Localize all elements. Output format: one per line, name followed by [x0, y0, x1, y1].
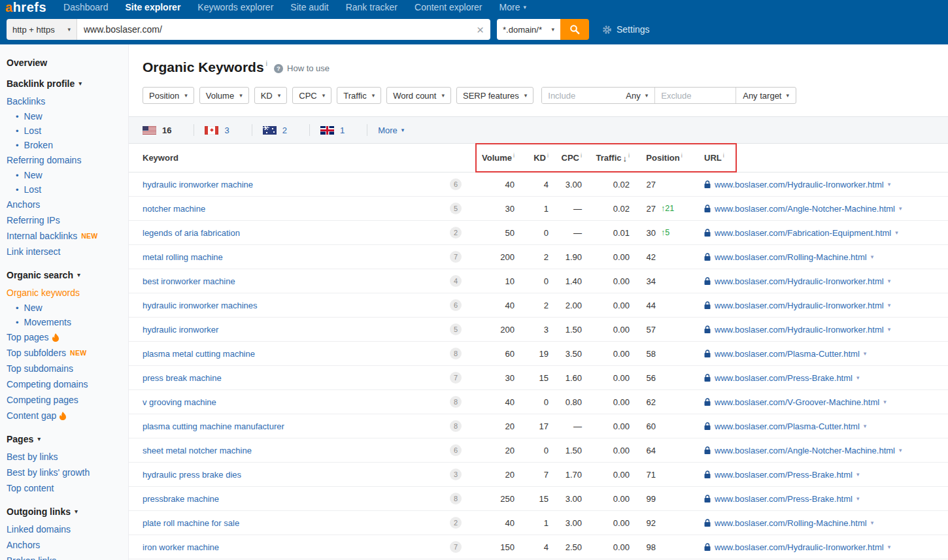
url-link[interactable]: www.boslaser.com/Press-Brake.html — [715, 470, 853, 480]
chevron-down-icon[interactable]: ▾ — [856, 375, 860, 381]
keyword-link[interactable]: iron worker machine — [143, 542, 219, 552]
sidebar-item-organic-keywords[interactable]: Organic keywords — [7, 285, 128, 301]
chevron-down-icon[interactable]: ▾ — [888, 327, 891, 333]
filter-cpc[interactable]: CPC▾ — [292, 87, 331, 104]
sidebar-item-lost[interactable]: •Lost — [7, 124, 128, 138]
url-link[interactable]: www.boslaser.com/Hydraulic-Ironworker.ht… — [715, 325, 884, 335]
sidebar-item-anchors[interactable]: Anchors — [7, 197, 128, 212]
url-link[interactable]: www.boslaser.com/Hydraulic-Ironworker.ht… — [715, 276, 884, 286]
sidebar-item-top-subdomains[interactable]: Top subdomains — [7, 361, 128, 376]
sidebar-item-new[interactable]: •New — [7, 168, 128, 182]
sidebar-item-best-by-links[interactable]: Best by links — [7, 449, 128, 465]
settings-button[interactable]: Settings — [602, 24, 650, 35]
sidebar-item-broken-links[interactable]: Broken links — [7, 553, 128, 560]
scope-select[interactable]: *.domain/*▾ — [497, 19, 560, 40]
sidebar-item-top-pages[interactable]: Top pages — [7, 329, 128, 345]
target-url-input[interactable] — [77, 19, 470, 40]
serp-features-badge[interactable]: 2 — [450, 227, 462, 239]
column-header-cpc[interactable]: CPCi — [549, 152, 582, 163]
serp-features-badge[interactable]: 7 — [450, 372, 462, 384]
filter-word-count[interactable]: Word count▾ — [386, 87, 451, 104]
keyword-link[interactable]: sheet metal notcher machine — [143, 446, 252, 455]
chevron-down-icon[interactable]: ▾ — [888, 303, 891, 308]
serp-features-badge[interactable]: 6 — [450, 178, 462, 190]
serp-features-badge[interactable]: 7 — [450, 541, 462, 553]
url-link[interactable]: www.boslaser.com/Plasma-Cutter.html — [715, 421, 860, 431]
chevron-down-icon[interactable]: ▾ — [895, 230, 898, 236]
column-header-keyword[interactable]: Keyword — [129, 153, 468, 163]
filter-traffic[interactable]: Traffic▾ — [337, 87, 381, 104]
chevron-down-icon[interactable]: ▾ — [864, 351, 867, 357]
serp-features-badge[interactable]: 5 — [450, 203, 462, 214]
url-link[interactable]: www.boslaser.com/Hydraulic-Ironworker.ht… — [715, 180, 884, 189]
sidebar-item-competing-domains[interactable]: Competing domains — [7, 376, 128, 392]
column-header-url[interactable]: URLi — [699, 152, 948, 163]
nav-item-rank-tracker[interactable]: Rank tracker — [346, 2, 398, 12]
chevron-down-icon[interactable]: ▾ — [871, 520, 874, 526]
any-target-select[interactable]: Any target▾ — [736, 88, 796, 103]
include-mode-select[interactable]: Any▾ — [619, 88, 654, 103]
sidebar-item-referring-ips[interactable]: Referring IPs — [7, 212, 128, 228]
sidebar-item-content-gap[interactable]: Content gap — [7, 408, 128, 423]
sidebar-item-competing-pages[interactable]: Competing pages — [7, 392, 128, 408]
serp-features-badge[interactable]: 7 — [450, 251, 462, 263]
sidebar-item-new[interactable]: •New — [7, 109, 128, 124]
serp-features-badge[interactable]: 6 — [450, 299, 462, 311]
chevron-down-icon[interactable]: ▾ — [888, 278, 891, 284]
serp-features-badge[interactable]: 8 — [450, 348, 462, 359]
serp-features-badge[interactable]: 4 — [450, 275, 462, 287]
sidebar-item-movements[interactable]: •Movements — [7, 315, 128, 329]
url-link[interactable]: www.boslaser.com/V-Groover-Machine.html — [715, 397, 879, 407]
filter-volume[interactable]: Volume▾ — [199, 87, 249, 104]
chevron-down-icon[interactable]: ▾ — [856, 472, 860, 478]
more-countries-button[interactable]: More▾ — [378, 125, 416, 135]
sidebar-item-outgoing-links[interactable]: Outgoing links▾ — [7, 506, 128, 517]
filter-serp-features[interactable]: SERP features▾ — [456, 87, 533, 104]
nav-item-content-explorer[interactable]: Content explorer — [415, 2, 482, 12]
serp-features-badge[interactable]: 5 — [450, 323, 462, 335]
sidebar-item-top-content[interactable]: Top content — [7, 480, 128, 496]
url-link[interactable]: www.boslaser.com/Press-Brake.html — [715, 494, 853, 504]
exclude-input[interactable] — [654, 88, 736, 103]
sidebar-item-backlinks[interactable]: Backlinks — [7, 93, 128, 109]
protocol-select[interactable]: http + https▾ — [7, 19, 77, 40]
search-button[interactable] — [560, 19, 589, 40]
column-header-position[interactable]: Positioni — [630, 152, 699, 163]
nav-item-dashboard[interactable]: Dashboard — [63, 2, 109, 12]
sidebar-item-anchors[interactable]: Anchors — [7, 537, 128, 553]
sidebar-item-top-subfolders[interactable]: Top subfoldersNEW — [7, 345, 128, 361]
sidebar-item-new[interactable]: •New — [7, 301, 128, 315]
chevron-down-icon[interactable]: ▾ — [871, 254, 874, 260]
url-link[interactable]: www.boslaser.com/Angle-Notcher-Machine.h… — [715, 446, 895, 455]
url-link[interactable]: www.boslaser.com/Hydraulic-Ironworker.ht… — [715, 542, 884, 552]
column-header-traffic[interactable]: Traffic↓i — [582, 152, 630, 163]
keyword-link[interactable]: hydraulic ironworker machines — [143, 301, 258, 310]
keyword-link[interactable]: pressbrake machine — [143, 494, 219, 504]
url-link[interactable]: www.boslaser.com/Hydraulic-Ironworker.ht… — [715, 301, 884, 310]
keyword-link[interactable]: metal rolling machine — [143, 252, 223, 262]
sidebar-item-organic-search[interactable]: Organic search▾ — [7, 270, 128, 280]
keyword-link[interactable]: hydraulic ironworker — [143, 325, 218, 335]
how-to-use-link[interactable]: ? How to use — [274, 63, 330, 73]
keyword-link[interactable]: plasma cutting machine manufacturer — [143, 421, 284, 431]
filter-position[interactable]: Position▾ — [143, 87, 194, 104]
url-link[interactable]: www.boslaser.com/Fabrication-Equipment.h… — [715, 228, 891, 238]
clear-icon[interactable]: × — [470, 24, 490, 36]
sidebar-item-link-intersect[interactable]: Link intersect — [7, 244, 128, 259]
chevron-down-icon[interactable]: ▾ — [888, 182, 891, 188]
url-link[interactable]: www.boslaser.com/Press-Brake.html — [715, 373, 853, 383]
country-tab-gb[interactable]: 1 — [320, 125, 356, 135]
country-tab-ca[interactable]: 3 — [205, 125, 241, 135]
serp-features-badge[interactable]: 2 — [450, 517, 462, 529]
keyword-link[interactable]: v grooving machine — [143, 397, 216, 407]
sidebar-item-best-by-links-growth[interactable]: Best by links' growth — [7, 465, 128, 480]
chevron-down-icon[interactable]: ▾ — [856, 496, 860, 502]
url-link[interactable]: www.boslaser.com/Plasma-Cutter.html — [715, 349, 860, 359]
column-header-volume[interactable]: Volumei — [468, 152, 515, 163]
nav-item-more[interactable]: More▾ — [499, 2, 526, 12]
nav-item-site-audit[interactable]: Site audit — [290, 2, 328, 12]
filter-kd[interactable]: KD▾ — [254, 87, 288, 104]
keyword-link[interactable]: press break machine — [143, 373, 222, 383]
url-link[interactable]: www.boslaser.com/Angle-Notcher-Machine.h… — [715, 204, 895, 214]
nav-item-keywords-explorer[interactable]: Keywords explorer — [197, 2, 273, 12]
